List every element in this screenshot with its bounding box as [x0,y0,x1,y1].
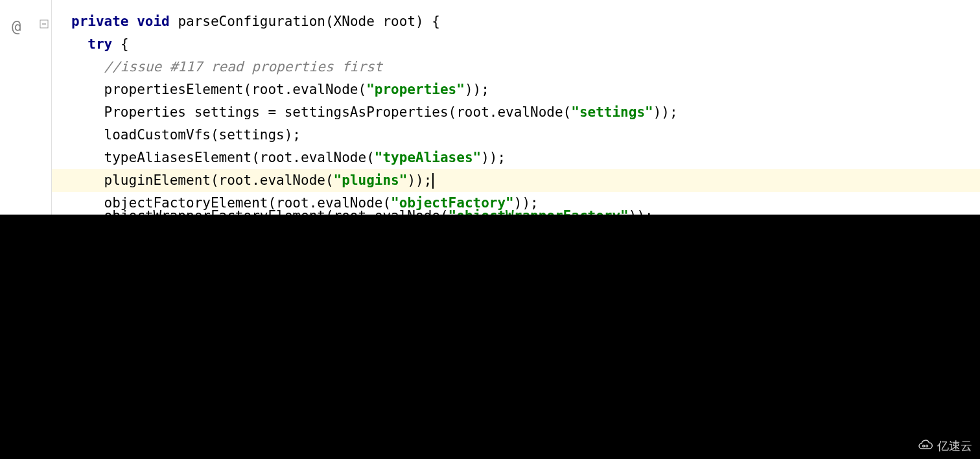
properties-call: propertiesElement(root.evalNode( [104,82,367,97]
loadvfs-call: loadCustomVfs(settings); [104,127,301,143]
keyword-private: private [71,14,129,29]
code-line-comment: //issue #117 read properties first [52,56,980,78]
code-line-try: try { [52,33,980,56]
method-signature-text: parseConfiguration(XNode root) { [170,14,440,29]
typealiases-string: "typeAliases" [375,150,481,165]
settings-decl: Properties settings = settingsAsProperti… [104,104,572,120]
code-line-properties: propertiesElement(root.evalNode("propert… [52,78,980,101]
keyword-void: void [137,14,170,29]
typealiases-call: typeAliasesElement(root.evalNode( [104,150,375,165]
try-brace: { [112,36,128,52]
text-cursor [432,173,434,189]
watermark: 亿速云 [918,438,972,454]
plugin-string: "plugins" [334,172,408,188]
black-overlay [0,215,980,459]
comment-text: //issue #117 read properties first [104,59,383,75]
code-line-settings: Properties settings = settingsAsProperti… [52,101,980,124]
settings-end: )); [653,104,678,120]
typealiases-end: )); [481,150,506,165]
code-line-loadvfs: loadCustomVfs(settings); [52,124,980,147]
svg-point-3 [926,445,928,447]
watermark-text: 亿速云 [937,438,972,454]
fold-minus-icon[interactable] [40,16,49,25]
plugin-call: pluginElement(root.evalNode( [104,172,334,188]
override-marker-icon[interactable]: @ [12,18,21,36]
properties-string: "properties" [366,82,465,97]
watermark-cloud-icon [918,438,933,454]
code-line-typealiases: typeAliasesElement(root.evalNode("typeAl… [52,147,980,169]
svg-point-2 [923,445,925,447]
plugin-end: )); [407,172,432,188]
settings-string: "settings" [571,104,653,120]
keyword-try: try [88,36,112,52]
properties-end: )); [465,82,489,97]
code-line-plugin-highlighted: pluginElement(root.evalNode("plugins")); [52,169,980,192]
code-line-method-signature: private void parseConfiguration(XNode ro… [52,10,980,33]
